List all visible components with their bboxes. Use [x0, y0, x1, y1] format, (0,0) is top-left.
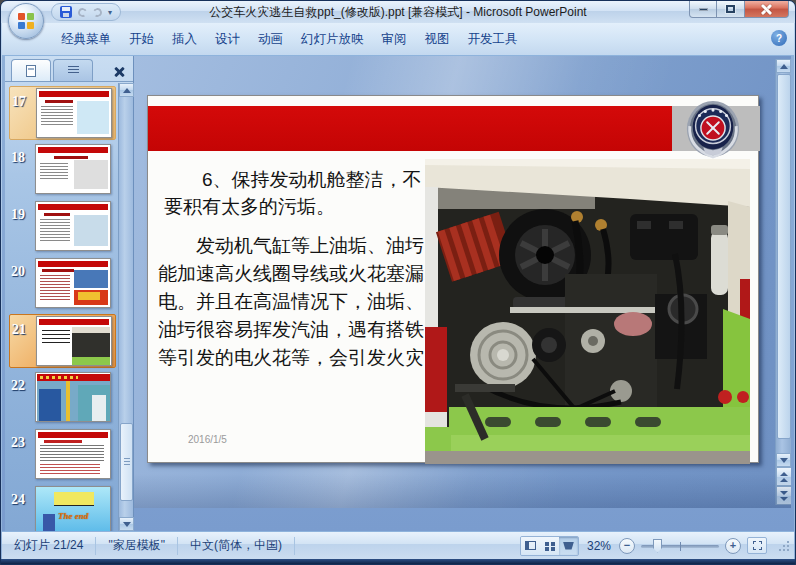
- thumbnail-preview: [35, 144, 111, 194]
- outline-tab[interactable]: [53, 59, 93, 81]
- close-icon: [761, 4, 772, 15]
- title-bar: ▾ 公交车火灾逃生自救ppt_(修改版).ppt [兼容模式] - Micros…: [1, 1, 795, 23]
- engine-bay-photo[interactable]: [425, 159, 750, 464]
- slideshow-view-button[interactable]: [559, 537, 578, 555]
- slide-sorter-button[interactable]: [540, 537, 559, 555]
- thumbnail-number: 17: [12, 88, 36, 110]
- slide-canvas[interactable]: 6、保持发动机舱整洁，不 要积有太多的污垢。 发动机气缸等上油垢、油圬， 能加速…: [147, 95, 759, 463]
- thumbnail-number: 20: [11, 258, 35, 280]
- thumbnail-preview: [35, 201, 111, 251]
- status-right-group: 32% − +: [520, 536, 794, 556]
- slide-thumbnail-23[interactable]: 23: [9, 428, 116, 482]
- tab-developer[interactable]: 开发工具: [459, 26, 527, 53]
- help-icon[interactable]: ?: [771, 30, 787, 46]
- status-bar: 幻灯片 21/24 "家居模板" 中文(简体，中国) 32% − +: [2, 531, 794, 559]
- outline-icon: [68, 66, 79, 75]
- qat-more-icon[interactable]: ▾: [108, 8, 112, 17]
- fire-department-emblem-icon: [684, 97, 742, 159]
- slide-body-text[interactable]: 发动机气缸等上油垢、油圬， 能加速高火线圈导线或火花塞漏 电。并且在高温情况下，…: [158, 232, 454, 372]
- scroll-down-icon[interactable]: [776, 453, 791, 467]
- slide-thumbnail-24[interactable]: 24 The end: [9, 485, 116, 531]
- tab-insert[interactable]: 插入: [163, 26, 206, 53]
- theme-name[interactable]: "家居模板": [96, 537, 178, 555]
- window-bottom-frame: [1, 559, 795, 564]
- slide-thumbnail-17[interactable]: 17: [9, 86, 116, 140]
- thumbnail-list: 17 18 19 20 21: [5, 83, 116, 531]
- tab-classic-menu[interactable]: 经典菜单: [52, 26, 120, 53]
- tab-design[interactable]: 设计: [206, 26, 249, 53]
- powerpoint-window: ▾ 公交车火灾逃生自救ppt_(修改版).ppt [兼容模式] - Micros…: [0, 0, 796, 565]
- zoom-slider-center-tick: [680, 542, 681, 551]
- tab-home[interactable]: 开始: [120, 26, 163, 53]
- redo-icon[interactable]: [92, 6, 103, 17]
- resize-grip[interactable]: [777, 539, 790, 552]
- thumbnail-number: 23: [11, 429, 35, 451]
- quick-access-toolbar: ▾: [51, 3, 121, 21]
- fit-to-window-icon: [753, 541, 762, 550]
- thumbnails-scrollbar[interactable]: [118, 83, 133, 531]
- zoom-out-button[interactable]: −: [619, 538, 635, 554]
- slide-thumbnail-22[interactable]: 22: [9, 371, 116, 425]
- panel-tab-strip: [5, 57, 133, 82]
- close-button[interactable]: [745, 1, 789, 18]
- office-button[interactable]: [8, 3, 44, 39]
- view-buttons: [520, 536, 579, 556]
- restore-button[interactable]: [717, 1, 745, 18]
- tab-review[interactable]: 审阅: [373, 26, 416, 53]
- tab-view[interactable]: 视图: [416, 26, 459, 53]
- slide-red-banner: [148, 106, 672, 151]
- normal-view-button[interactable]: [521, 537, 540, 555]
- slides-tab[interactable]: [11, 59, 51, 81]
- next-slide-button[interactable]: [776, 486, 791, 505]
- previous-slide-button[interactable]: [776, 467, 791, 486]
- slideshow-icon: [563, 542, 574, 550]
- slide-counter[interactable]: 幻灯片 21/24: [2, 537, 96, 555]
- body-line: 等引发的电火花等，会引发火灾。: [158, 344, 454, 372]
- zoom-slider[interactable]: [641, 538, 719, 554]
- window-title: 公交车火灾逃生自救ppt_(修改版).ppt [兼容模式] - Microsof…: [161, 4, 635, 21]
- language-status[interactable]: 中文(简体，中国): [178, 537, 295, 555]
- save-icon[interactable]: [60, 6, 72, 18]
- scroll-up-icon[interactable]: [776, 59, 791, 73]
- restore-icon: [726, 5, 735, 13]
- slide-sorter-icon: [545, 542, 549, 546]
- thumbnail-preview: [36, 88, 112, 138]
- slide-thumbnail-18[interactable]: 18: [9, 143, 116, 197]
- scrollbar-thumb[interactable]: [777, 74, 791, 439]
- minimize-icon: [699, 8, 708, 11]
- minimize-button[interactable]: [689, 1, 717, 18]
- thumbnail-number: 21: [12, 316, 36, 338]
- slide-thumbnail-19[interactable]: 19: [9, 200, 116, 254]
- body-line: 能加速高火线圈导线或火花塞漏: [158, 260, 454, 288]
- thumbnail-preview: [35, 429, 111, 479]
- scroll-up-icon[interactable]: [119, 83, 134, 97]
- slide-editing-area: 6、保持发动机舱整洁，不 要积有太多的污垢。 发动机气缸等上油垢、油圬， 能加速…: [134, 56, 791, 508]
- slides-outline-panel: 17 18 19 20 21: [5, 56, 134, 531]
- slide-date: 2016/1/5: [188, 434, 227, 445]
- close-pane-icon[interactable]: [114, 66, 125, 77]
- thumbnail-preview: [35, 372, 111, 422]
- thumbnail-preview: The end: [35, 486, 111, 531]
- fit-to-window-button[interactable]: [747, 537, 767, 554]
- end-caption: The end: [58, 511, 88, 521]
- main-scrollbar[interactable]: [775, 59, 791, 505]
- slide-title[interactable]: 6、保持发动机舱整洁，不 要积有太多的污垢。: [164, 166, 454, 220]
- scroll-down-icon[interactable]: [119, 517, 134, 531]
- slide-thumbnail-20[interactable]: 20: [9, 257, 116, 311]
- thumbnail-number: 24: [11, 486, 35, 508]
- normal-view-icon: [525, 541, 536, 550]
- tab-animations[interactable]: 动画: [249, 26, 292, 53]
- body-line: 发动机气缸等上油垢、油圬，: [158, 232, 454, 260]
- zoom-percentage[interactable]: 32%: [587, 539, 611, 553]
- slide-thumbnail-21-selected[interactable]: 21: [9, 314, 116, 368]
- body-line: 油圬很容易挥发汽油，遇有搭铁: [158, 316, 454, 344]
- ribbon-tab-row: 经典菜单 开始 插入 设计 动画 幻灯片放映 审阅 视图 开发工具: [2, 23, 794, 56]
- zoom-in-button[interactable]: +: [725, 538, 741, 554]
- tab-slideshow[interactable]: 幻灯片放映: [292, 26, 373, 53]
- zoom-slider-thumb[interactable]: [653, 539, 662, 553]
- thumbnail-number: 18: [11, 144, 35, 166]
- slide-thumb-icon: [26, 65, 36, 77]
- undo-icon[interactable]: [77, 6, 88, 17]
- scrollbar-thumb[interactable]: [120, 423, 133, 501]
- window-controls: [689, 1, 789, 18]
